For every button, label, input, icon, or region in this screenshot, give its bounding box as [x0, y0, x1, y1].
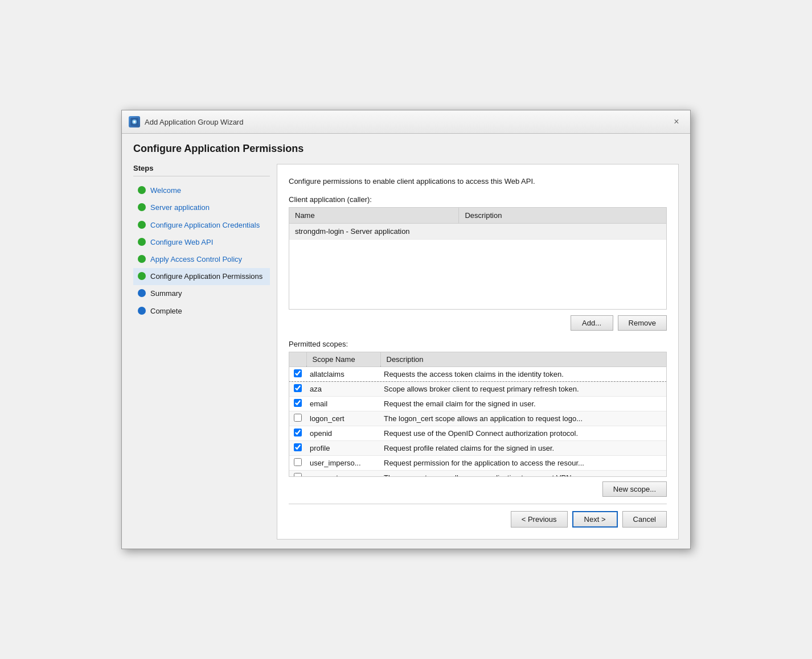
- scope-name: profile: [306, 440, 380, 455]
- step-welcome[interactable]: Welcome: [133, 182, 270, 199]
- cancel-button[interactable]: Cancel: [622, 511, 667, 528]
- scope-name: user_imperso...: [306, 455, 380, 470]
- title-bar-left: Add Application Group Wizard: [129, 116, 243, 127]
- scope-checkbox[interactable]: [294, 473, 302, 477]
- scope-col-checkbox: [289, 352, 306, 367]
- step-dot-complete: [138, 307, 146, 315]
- scope-col-desc: Description: [380, 352, 666, 367]
- client-table-wrapper: Name Description strongdm-login - Server…: [289, 207, 667, 310]
- scope-checkbox[interactable]: [294, 399, 302, 407]
- scope-row[interactable]: azaScope allows broker client to request…: [289, 381, 666, 396]
- scope-checkbox[interactable]: [294, 443, 302, 451]
- scope-name: logon_cert: [306, 411, 380, 426]
- step-configure-credentials[interactable]: Configure Application Credentials: [133, 217, 270, 234]
- scopes-label: Permitted scopes:: [289, 340, 667, 348]
- scope-row[interactable]: logon_certThe logon_cert scope allows an…: [289, 411, 666, 426]
- step-dot-summary: [138, 289, 146, 297]
- client-label: Client application (caller):: [289, 195, 667, 204]
- scope-checkbox-cell: [289, 470, 306, 477]
- scope-checkbox[interactable]: [294, 384, 302, 392]
- scope-checkbox[interactable]: [294, 369, 302, 377]
- scope-checkbox-cell: [289, 366, 306, 381]
- add-button[interactable]: Add...: [571, 315, 613, 331]
- scope-row[interactable]: emailRequest the email claim for the sig…: [289, 396, 666, 411]
- step-dot-webapi: [138, 238, 146, 246]
- close-button[interactable]: ×: [670, 115, 683, 129]
- step-configure-permissions[interactable]: Configure Application Permissions: [133, 268, 270, 285]
- footer-row: < Previous Next > Cancel: [289, 504, 667, 528]
- step-label-welcome: Welcome: [150, 186, 181, 196]
- scope-row[interactable]: profileRequest profile related claims fo…: [289, 440, 666, 455]
- scope-name: aza: [306, 381, 380, 396]
- scope-description: Requests the access token claims in the …: [380, 366, 666, 381]
- step-server-application[interactable]: Server application: [133, 199, 270, 216]
- scope-checkbox-cell: [289, 455, 306, 470]
- steps-panel: Steps Welcome Server application Configu…: [133, 164, 270, 539]
- dialog: Add Application Group Wizard × Configure…: [121, 110, 691, 549]
- step-label-access: Apply Access Control Policy: [150, 254, 242, 265]
- scope-row[interactable]: openidRequest use of the OpenID Connect …: [289, 426, 666, 440]
- scope-name: vpn_cert: [306, 470, 380, 477]
- page-title: Configure Application Permissions: [133, 143, 679, 155]
- content-area: Steps Welcome Server application Configu…: [133, 164, 679, 539]
- step-label-permissions: Configure Application Permissions: [150, 271, 263, 282]
- scope-description: The vpn_cert scope allows an application…: [380, 470, 666, 477]
- scope-description: Scope allows broker client to request pr…: [380, 381, 666, 396]
- step-label-server: Server application: [150, 203, 210, 213]
- scope-description: Request permission for the application t…: [380, 455, 666, 470]
- step-dot-access: [138, 255, 146, 263]
- step-dot-server: [138, 203, 146, 211]
- scope-col-name: Scope Name: [306, 352, 380, 367]
- step-summary[interactable]: Summary: [133, 285, 270, 302]
- scope-row[interactable]: user_imperso...Request permission for th…: [289, 455, 666, 470]
- steps-label: Steps: [133, 164, 270, 176]
- scope-checkbox-cell: [289, 440, 306, 455]
- dialog-title: Add Application Group Wizard: [145, 118, 243, 126]
- new-scope-row: New scope...: [289, 481, 667, 497]
- new-scope-button[interactable]: New scope...: [602, 481, 667, 497]
- client-col-name: Name: [289, 208, 459, 224]
- client-row-name: strongdm-login - Server application: [289, 223, 666, 239]
- scope-name: openid: [306, 426, 380, 440]
- scope-checkbox-cell: [289, 396, 306, 411]
- app-icon: [129, 116, 140, 127]
- title-bar: Add Application Group Wizard ×: [122, 110, 690, 134]
- scope-description: Request profile related claims for the s…: [380, 440, 666, 455]
- scope-checkbox[interactable]: [294, 458, 302, 466]
- scope-checkbox-cell: [289, 381, 306, 396]
- scope-checkbox-cell: [289, 426, 306, 440]
- main-panel: Configure permissions to enable client a…: [277, 164, 679, 539]
- client-table: Name Description strongdm-login - Server…: [289, 208, 666, 240]
- step-complete[interactable]: Complete: [133, 303, 270, 320]
- remove-button[interactable]: Remove: [618, 315, 667, 331]
- dialog-body: Configure Application Permissions Steps …: [122, 134, 690, 549]
- scope-name: allatclaims: [306, 366, 380, 381]
- scope-checkbox[interactable]: [294, 414, 302, 422]
- client-btn-row: Add... Remove: [289, 315, 667, 331]
- scope-description: The logon_cert scope allows an applicati…: [380, 411, 666, 426]
- client-col-desc: Description: [459, 208, 666, 224]
- step-label-credentials: Configure Application Credentials: [150, 220, 260, 230]
- next-button[interactable]: Next >: [572, 511, 618, 528]
- scope-description: Request use of the OpenID Connect author…: [380, 426, 666, 440]
- step-label-webapi: Configure Web API: [150, 237, 213, 248]
- scope-description: Request the email claim for the signed i…: [380, 396, 666, 411]
- scopes-table-wrapper[interactable]: Scope Name Description allatclaimsReques…: [289, 352, 667, 477]
- scope-name: email: [306, 396, 380, 411]
- client-row[interactable]: strongdm-login - Server application: [289, 223, 666, 239]
- previous-button[interactable]: < Previous: [511, 511, 568, 528]
- scope-row[interactable]: vpn_certThe vpn_cert scope allows an app…: [289, 470, 666, 477]
- step-dot-welcome: [138, 186, 146, 194]
- step-apply-access-control[interactable]: Apply Access Control Policy: [133, 251, 270, 268]
- step-dot-permissions: [138, 272, 146, 280]
- section-description: Configure permissions to enable client a…: [289, 176, 667, 187]
- scope-checkbox-cell: [289, 411, 306, 426]
- step-dot-credentials: [138, 221, 146, 229]
- scope-row[interactable]: allatclaimsRequests the access token cla…: [289, 366, 666, 381]
- scopes-table: Scope Name Description allatclaimsReques…: [289, 352, 666, 477]
- svg-point-2: [133, 121, 136, 123]
- step-label-summary: Summary: [150, 289, 182, 299]
- step-configure-web-api[interactable]: Configure Web API: [133, 234, 270, 251]
- scope-checkbox[interactable]: [294, 429, 302, 436]
- step-label-complete: Complete: [150, 306, 182, 316]
